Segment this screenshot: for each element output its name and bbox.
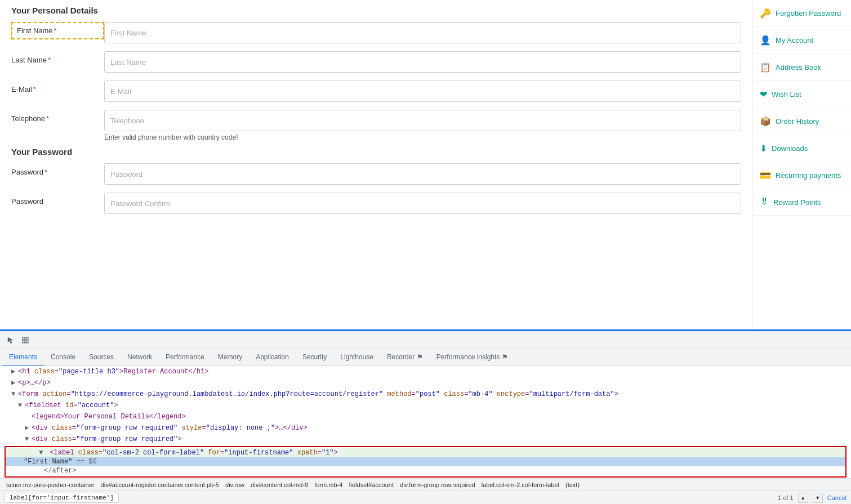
required-star-5: * [44, 168, 47, 176]
form-group-lastname: Last Name* [11, 51, 741, 73]
expand-arrow-p[interactable]: ▶ [11, 378, 18, 388]
sidebar-label-forgotten-password: Forgotten Password [776, 9, 841, 17]
svg-rect-1 [26, 337, 28, 340]
sidebar-item-address-book[interactable]: 📋 Address Book [753, 54, 851, 81]
addressbook-icon: 📋 [760, 62, 771, 73]
lastname-input[interactable] [104, 51, 741, 73]
tab-sources[interactable]: Sources [82, 349, 121, 366]
telephone-label: Telephone* [11, 110, 104, 123]
sidebar-item-wish-list[interactable]: ❤ Wish List [753, 81, 851, 108]
tab-performance[interactable]: Performance [159, 349, 211, 366]
statusbar-label: label[for='input-firstname'] [5, 493, 119, 503]
cursor-tool-icon[interactable] [5, 334, 17, 346]
tab-memory[interactable]: Memory [211, 349, 249, 366]
code-line-h1[interactable]: ▶ <h1 class="page-title h3">Register Acc… [0, 366, 851, 377]
email-label: E-Mail* [11, 81, 104, 93]
tab-application[interactable]: Application [249, 349, 296, 366]
sidebar-label-downloads: Downloads [772, 144, 808, 153]
code-line-form[interactable]: ▼ <form action="https://ecommerce-playgr… [0, 389, 851, 400]
devtools-elements-panel[interactable]: ▶ <h1 class="page-title h3">Register Acc… [0, 366, 851, 478]
highlight-label-open[interactable]: ▼ <label class="col-sm-2 col-form-label"… [6, 448, 845, 457]
password-input[interactable] [104, 163, 741, 185]
download-icon: ⬇ [760, 143, 767, 154]
expand-arrow-label[interactable]: ▼ [39, 449, 46, 457]
firstname-label: First Name* [11, 22, 104, 39]
breadcrumb-form[interactable]: form.mb-4 [313, 480, 344, 489]
nav-next-button[interactable]: ▼ [813, 493, 823, 503]
breadcrumb-content[interactable]: div#content.col-md-9 [249, 480, 310, 489]
breadcrumb-label[interactable]: label.col-sm-2.col-form-label [480, 480, 561, 489]
cancel-button[interactable]: Cancel [827, 494, 846, 501]
form-group-password: Password* [11, 163, 741, 185]
devtools-content-wrapper: ▶ <h1 class="page-title h3">Register Acc… [0, 366, 851, 478]
heart-icon: ❤ [760, 89, 767, 100]
code-line-legend[interactable]: ▶ <legend>Your Personal Details</legend> [0, 411, 851, 422]
label-text-content: "First Name" == $0 [6, 457, 845, 466]
sidebar-label-address-book: Address Book [776, 63, 821, 72]
page-wrapper: Your Personal Details First Name* Last N… [0, 0, 851, 504]
form-group-password-confirm: Password [11, 193, 741, 214]
code-line-fieldset[interactable]: ▼ <fieldset id="account"> [0, 400, 851, 411]
nav-prev-button[interactable]: ▲ [798, 493, 808, 503]
expand-arrow-form[interactable]: ▼ [11, 389, 18, 399]
statusbar-count: 1 of 1 [778, 494, 794, 501]
required-star-4: * [46, 114, 49, 123]
tab-elements[interactable]: Elements [2, 349, 44, 366]
sidebar: 🔑 Forgotten Password 👤 My Account 📋 Addr… [752, 0, 851, 329]
breadcrumb-formgroup[interactable]: div.form-group.row.required [398, 480, 477, 489]
expand-arrow-div-hidden[interactable]: ▶ [25, 423, 32, 433]
sidebar-label-reward-points: Reward Points [773, 198, 821, 207]
after-pseudo: </after> [6, 466, 845, 475]
expand-arrow-fieldset[interactable]: ▼ [18, 400, 25, 411]
devtools-panel: Elements Console Sources Network Perform… [0, 329, 851, 504]
password-label: Password* [11, 163, 104, 176]
top-section: Your Personal Details First Name* Last N… [0, 0, 851, 329]
sidebar-item-forgotten-password[interactable]: 🔑 Forgotten Password [753, 0, 851, 27]
tab-performance-insights[interactable]: Performance insights ⚑ [430, 349, 515, 366]
sidebar-label-wish-list: Wish List [772, 90, 801, 99]
inspect-tool-icon[interactable] [19, 334, 32, 346]
form-area: Your Personal Details First Name* Last N… [0, 0, 752, 329]
sidebar-item-recurring-payments[interactable]: 💳 Recurring payments [753, 162, 851, 189]
sidebar-label-my-account: My Account [776, 36, 813, 44]
statusbar-right: 1 of 1 ▲ ▼ Cancel [778, 493, 846, 503]
sidebar-label-recurring-payments: Recurring payments [776, 171, 841, 180]
breadcrumb-register[interactable]: div#account-register.container.content.p… [99, 480, 221, 489]
tab-security[interactable]: Security [296, 349, 333, 366]
devtools-toolbar [0, 331, 851, 349]
form-group-telephone: Telephone* [11, 110, 741, 131]
tab-lighthouse[interactable]: Lighthouse [333, 349, 380, 366]
sidebar-label-order-history: Order History [776, 117, 819, 126]
code-line-div-formgroup[interactable]: ▼ <div class="form-group row required"> [0, 434, 851, 445]
svg-rect-0 [23, 337, 25, 340]
sidebar-item-my-account[interactable]: 👤 My Account [753, 27, 851, 54]
email-input[interactable] [104, 81, 741, 102]
password-confirm-input[interactable] [104, 193, 741, 214]
tab-console[interactable]: Console [44, 349, 82, 366]
breadcrumb-container[interactable]: tainer.mz-pure-pusher-container [5, 480, 96, 489]
devtools-tabs: Elements Console Sources Network Perform… [0, 349, 851, 366]
code-line-div-hidden[interactable]: ▶ <div class="form-group row required" s… [0, 422, 851, 434]
firstname-input[interactable] [104, 22, 741, 43]
order-icon: 📦 [760, 116, 771, 127]
sidebar-item-downloads[interactable]: ⬇ Downloads [753, 135, 851, 162]
svg-rect-2 [23, 341, 25, 343]
tab-network[interactable]: Network [121, 349, 159, 366]
breadcrumb-row[interactable]: div.row [224, 480, 246, 489]
payment-icon: 💳 [760, 170, 771, 181]
required-star-2: * [48, 56, 51, 64]
expand-arrow-div-formgroup[interactable]: ▼ [25, 434, 32, 444]
sidebar-item-order-history[interactable]: 📦 Order History [753, 108, 851, 135]
code-line-p[interactable]: ▶ <p>…</p> [0, 377, 851, 389]
breadcrumb-text[interactable]: (text) [564, 480, 581, 489]
highlight-box: ▼ <label class="col-sm-2 col-form-label"… [5, 446, 846, 478]
sidebar-item-reward-points[interactable]: 🎖 Reward Points [753, 189, 851, 216]
section-title: Your Personal Details [11, 6, 741, 15]
telephone-hint: Enter valid phone number with country co… [104, 133, 741, 141]
user-icon: 👤 [760, 35, 771, 46]
expand-arrow[interactable]: ▶ [11, 367, 18, 377]
breadcrumb-fieldset[interactable]: fieldset#account [347, 480, 395, 489]
reward-icon: 🎖 [760, 197, 769, 207]
telephone-input[interactable] [104, 110, 741, 131]
tab-recorder[interactable]: Recorder ⚑ [380, 349, 430, 366]
